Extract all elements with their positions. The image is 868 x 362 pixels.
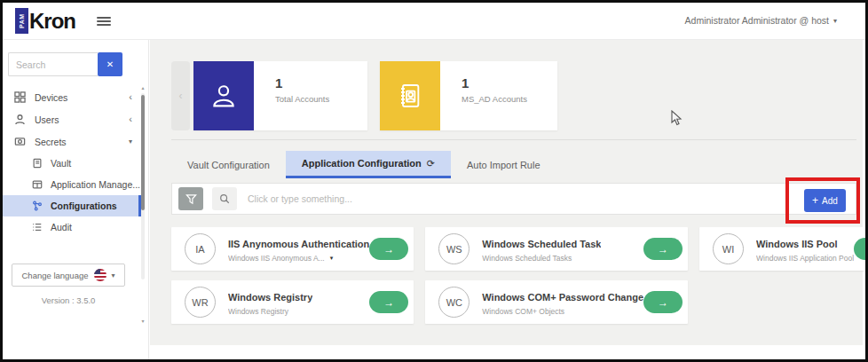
card-title: IIS Anynomous Authentication: [228, 239, 369, 249]
tab-label: Auto Import Rule: [467, 160, 541, 170]
card-subtitle: Windows Scheduled Tasks: [482, 254, 572, 263]
tab-vault-configuration[interactable]: Vault Configuration: [171, 151, 286, 178]
open-card-button[interactable]: →: [643, 238, 683, 260]
chevron-left-icon: ‹: [129, 92, 132, 102]
arrow-right-icon: →: [658, 243, 668, 256]
tab-application-configuration[interactable]: Application Configuration ⟳: [286, 151, 451, 178]
person-icon: [193, 61, 254, 130]
config-card-windows-scheduled-task[interactable]: WS Windows Scheduled Task Windows Schedu…: [425, 227, 688, 271]
top-header: PAM Kron Administrator Administrator @ h…: [3, 3, 865, 40]
card-initials-badge: WI: [713, 233, 744, 264]
card-title: Windows Scheduled Task: [482, 239, 601, 249]
sidebar-item-configurations[interactable]: Configurations: [3, 195, 141, 216]
config-card-windows-registry[interactable]: WR Windows Registry Windows Registry →: [171, 280, 414, 324]
arrow-right-icon: →: [383, 296, 394, 309]
vault-icon: [31, 158, 43, 169]
open-card-button[interactable]: →: [854, 238, 868, 260]
chevron-down-icon[interactable]: ▾: [330, 255, 334, 262]
logo-text: Kron: [29, 9, 75, 34]
devices-icon: [13, 91, 26, 104]
close-icon: ✕: [107, 59, 114, 69]
card-subtitle: Windows IIS Anonymous A...: [228, 254, 325, 263]
sidebar: ✕ Devices ‹ Users ‹ Secrets: [3, 40, 149, 359]
audit-icon: [31, 222, 43, 233]
users-icon: [13, 114, 26, 126]
stats-prev-button[interactable]: ‹: [171, 61, 190, 130]
open-card-button[interactable]: →: [643, 291, 683, 313]
user-menu-label: Administrator Administrator @ host: [685, 15, 829, 26]
open-card-button[interactable]: →: [369, 291, 408, 313]
sidebar-item-label: Vault: [51, 158, 71, 169]
sidebar-item-application-management[interactable]: Application Manage...: [3, 174, 141, 195]
refresh-icon[interactable]: ⟳: [427, 158, 435, 169]
secrets-icon: [13, 136, 26, 148]
tab-auto-import-rule[interactable]: Auto Import Rule: [451, 151, 556, 178]
stat-label: MS_AD Accounts: [462, 94, 527, 104]
stat-value: 1: [275, 75, 329, 90]
chevron-down-icon: ▾: [833, 17, 837, 25]
stat-card-total-accounts: 1 Total Accounts: [193, 61, 367, 130]
plus-icon: +: [812, 195, 818, 206]
config-card-windows-iis-pool[interactable]: WI Windows IIS Pool Windows IIS Applicat…: [699, 227, 868, 271]
card-title: Windows COM+ Password Change: [482, 292, 643, 303]
config-card-windows-com-password-change[interactable]: WC Windows COM+ Password Change Windows …: [425, 280, 688, 324]
search-icon: [212, 187, 237, 210]
card-title: Windows Registry: [228, 292, 312, 303]
pam-logo-badge: PAM: [15, 8, 28, 34]
sidebar-item-label: Secrets: [35, 137, 67, 147]
chevron-left-icon: ‹: [129, 114, 132, 124]
arrow-right-icon: →: [658, 296, 668, 309]
sidebar-item-devices[interactable]: Devices ‹: [3, 86, 141, 108]
sidebar-item-label: Devices: [35, 92, 67, 103]
card-initials-badge: IA: [185, 233, 216, 264]
sidebar-item-vault[interactable]: Vault: [3, 153, 141, 174]
scrollbar-thumb[interactable]: [141, 95, 145, 210]
scroll-up-icon[interactable]: ▴: [139, 84, 146, 90]
hamburger-menu-icon[interactable]: [97, 15, 111, 28]
app-logo: PAM Kron: [15, 8, 75, 34]
config-card-iis-anonymous[interactable]: IA IIS Anynomous Authentication Windows …: [171, 227, 414, 271]
card-subtitle: Windows IIS Application Pool: [756, 254, 854, 263]
configurations-icon: [31, 201, 43, 212]
funnel-icon: [185, 193, 197, 205]
chevron-down-icon: ▾: [112, 272, 115, 279]
card-subtitle: Windows Registry: [228, 307, 288, 316]
address-book-icon: [380, 61, 440, 130]
sidebar-search: ✕: [8, 52, 122, 76]
sidebar-item-label: Configurations: [51, 201, 117, 211]
add-button-label: Add: [822, 196, 838, 206]
tab-label: Vault Configuration: [187, 160, 270, 170]
change-language-button[interactable]: Change language ▾: [12, 264, 125, 287]
sidebar-item-label: Users: [35, 114, 59, 125]
config-cards-grid: IA IIS Anynomous Authentication Windows …: [171, 227, 856, 324]
card-initials-badge: WS: [438, 233, 470, 264]
add-button[interactable]: + Add: [804, 189, 846, 212]
filter-toolbar: [171, 183, 856, 215]
sidebar-item-secrets[interactable]: Secrets ▾: [3, 130, 141, 153]
stat-label: Total Accounts: [275, 94, 329, 104]
sidebar-menu: Devices ‹ Users ‹ Secrets ▾: [3, 86, 141, 238]
chevron-left-icon: ‹: [179, 90, 183, 102]
filter-search-input[interactable]: [248, 193, 856, 204]
stat-card-msad-accounts: 1 MS_AD Accounts: [380, 61, 557, 130]
chevron-down-icon: ▾: [129, 138, 132, 146]
change-language-label: Change language: [21, 271, 88, 280]
us-flag-icon: [94, 269, 107, 281]
sidebar-item-users[interactable]: Users ‹: [3, 108, 141, 130]
sidebar-scrollbar[interactable]: ▴ ▾: [139, 84, 146, 324]
user-account-menu[interactable]: Administrator Administrator @ host ▾: [685, 15, 837, 26]
sidebar-search-input[interactable]: [8, 52, 98, 76]
sidebar-item-audit[interactable]: Audit: [3, 216, 141, 238]
filter-button[interactable]: [178, 187, 203, 210]
open-card-button[interactable]: →: [369, 238, 408, 260]
main-content: ‹ 1 Total Accounts 1 MS_AD Accounts: [150, 40, 863, 345]
sidebar-item-label: Audit: [51, 222, 72, 232]
tab-label: Application Configuration: [302, 158, 422, 169]
search-clear-button[interactable]: ✕: [98, 52, 122, 76]
section-divider: [171, 139, 856, 140]
card-subtitle: Windows COM+ Objects: [482, 307, 564, 316]
scroll-down-icon[interactable]: ▾: [139, 318, 146, 324]
card-initials-badge: WR: [185, 287, 216, 318]
app-window: PAM Kron Administrator Administrator @ h…: [0, 0, 868, 362]
sidebar-item-label: Application Manage...: [51, 179, 140, 190]
